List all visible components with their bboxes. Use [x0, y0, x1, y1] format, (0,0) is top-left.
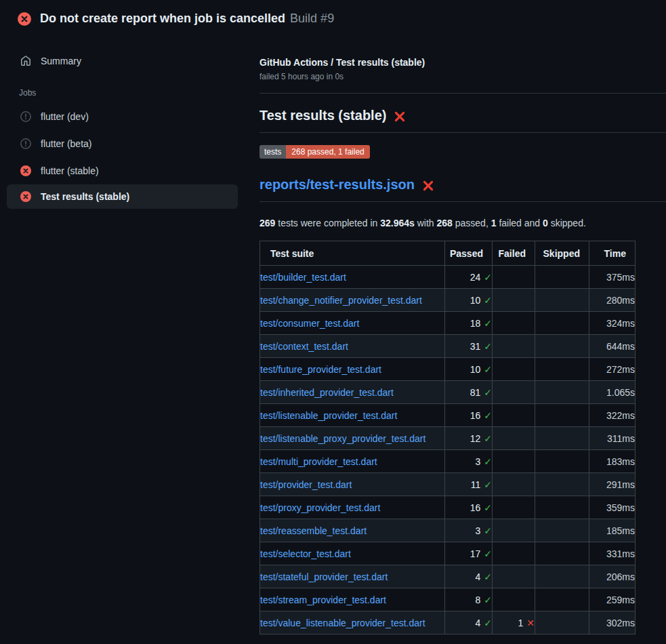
test-suite-cell: test/consumer_test.dart: [260, 312, 445, 335]
count-value: 10: [470, 295, 481, 306]
test-suite-link[interactable]: test/multi_provider_test.dart: [260, 456, 377, 467]
skipped-cell: [535, 358, 589, 381]
col-header-failed: Failed: [493, 241, 535, 266]
sidebar-job-item-3[interactable]: flutter (stable): [0, 157, 259, 184]
test-suite-cell: test/selector_test.dart: [260, 542, 445, 565]
passed-cell: 8✓: [445, 588, 493, 611]
failed-cell: [493, 381, 535, 404]
test-suite-link[interactable]: test/context_test.dart: [260, 341, 348, 352]
table-row: test/builder_test.dart24✓375ms: [260, 266, 636, 289]
failed-cell: [493, 565, 535, 588]
failed-cell: [493, 427, 535, 450]
sidebar-job-item-1[interactable]: flutter (dev): [0, 103, 259, 130]
skipped-cell: [535, 289, 589, 312]
table-row: test/reassemble_test.dart3✓185ms: [260, 519, 636, 542]
test-suite-link[interactable]: test/reassemble_test.dart: [260, 525, 367, 536]
sidebar-job-label: flutter (dev): [41, 111, 89, 122]
check-icon: ✓: [484, 433, 492, 444]
sidebar-job-label: flutter (beta): [41, 138, 91, 149]
check-run-breadcrumb: GitHub Actions / Test results (stable): [259, 57, 666, 68]
failed-cell: [493, 542, 535, 565]
test-suite-cell: test/listenable_proxy_provider_test.dart: [260, 427, 445, 450]
test-suite-cell: test/future_provider_test.dart: [260, 358, 445, 381]
test-suite-link[interactable]: test/inherited_provider_test.dart: [260, 387, 394, 398]
badge-value: 268 passed, 1 failed: [286, 145, 369, 159]
count-value: 16: [470, 410, 481, 421]
count-value: 18: [470, 318, 481, 329]
time-cell: 331ms: [589, 542, 636, 565]
test-suite-link[interactable]: test/proxy_provider_test.dart: [260, 502, 380, 513]
section-heading: Test results (stable): [259, 108, 666, 133]
failed-cell: [493, 450, 535, 473]
time-cell: 272ms: [589, 358, 636, 381]
test-suite-link[interactable]: test/value_listenable_provider_test.dart: [260, 618, 425, 628]
test-suite-cell: test/proxy_provider_test.dart: [260, 496, 445, 519]
count-value: 8: [475, 595, 480, 605]
count-value: 10: [470, 364, 481, 375]
failed-cell: [493, 496, 535, 519]
passed-cell: 10✓: [445, 289, 493, 312]
report-file-link[interactable]: reports/test-results.json: [259, 177, 415, 193]
count-value: 16: [470, 502, 481, 513]
test-suite-link[interactable]: test/builder_test.dart: [260, 272, 346, 283]
test-suite-link[interactable]: test/stateful_provider_test.dart: [260, 571, 388, 582]
col-header-skipped: Skipped: [535, 241, 589, 266]
test-suite-cell: test/listenable_provider_test.dart: [260, 404, 445, 427]
count-value: 81: [470, 387, 481, 398]
build-header: Do not create report when job is cancell…: [0, 0, 666, 34]
header-divider: [259, 93, 666, 94]
time-cell: 324ms: [589, 312, 636, 335]
time-cell: 183ms: [589, 450, 636, 473]
sidebar-job-label: flutter (stable): [41, 165, 99, 176]
test-suite-link[interactable]: test/change_notifier_provider_test.dart: [260, 295, 422, 306]
table-row: test/stream_provider_test.dart8✓259ms: [260, 588, 636, 611]
passed-cell: 16✓: [445, 496, 493, 519]
test-suite-link[interactable]: test/provider_test.dart: [260, 479, 352, 490]
skipped-cell: [535, 427, 589, 450]
time-cell: 185ms: [589, 519, 636, 542]
build-number: Build #9: [290, 12, 334, 25]
test-suite-link[interactable]: test/consumer_test.dart: [260, 318, 359, 329]
test-suite-link[interactable]: test/selector_test.dart: [260, 548, 351, 559]
test-suite-link[interactable]: test/stream_provider_test.dart: [260, 595, 386, 605]
test-suite-cell: test/inherited_provider_test.dart: [260, 381, 445, 404]
failed-cell: [493, 335, 535, 358]
count-value: 24: [470, 272, 481, 283]
check-icon: ✓: [484, 410, 492, 421]
test-results-table: Test suite Passed Failed Skipped Time te…: [259, 241, 636, 635]
table-row: test/proxy_provider_test.dart16✓359ms: [260, 496, 636, 519]
sidebar-job-item-4[interactable]: Test results (stable): [7, 184, 238, 209]
check-icon: ✓: [484, 318, 492, 329]
tests-summary-line: 269 tests were completed in 32.964s with…: [259, 218, 666, 228]
badge-label: tests: [259, 145, 286, 159]
failed-cell: [493, 588, 535, 611]
skipped-cell: [535, 266, 589, 289]
red-x-icon: [394, 110, 406, 123]
test-suite-cell: test/provider_test.dart: [260, 473, 445, 496]
check-icon: ✓: [484, 479, 492, 490]
test-suite-cell: test/reassemble_test.dart: [260, 519, 445, 542]
table-row: test/listenable_provider_test.dart16✓322…: [260, 404, 636, 427]
sidebar-job-item-2[interactable]: flutter (beta): [0, 130, 259, 157]
skipped-cell: [535, 450, 589, 473]
check-icon: ✓: [484, 595, 492, 605]
test-table-body: test/builder_test.dart24✓375mstest/chang…: [260, 266, 636, 635]
skipped-cell: [535, 335, 589, 358]
col-header-test-suite: Test suite: [260, 241, 445, 266]
table-row: test/listenable_proxy_provider_test.dart…: [260, 427, 636, 450]
passed-cell: 16✓: [445, 404, 493, 427]
test-suite-link[interactable]: test/listenable_provider_test.dart: [260, 410, 397, 421]
table-header-row: Test suite Passed Failed Skipped Time: [260, 241, 636, 266]
table-row: test/selector_test.dart17✓331ms: [260, 542, 636, 565]
main-content: GitHub Actions / Test results (stable) f…: [259, 34, 666, 635]
test-suite-cell: test/value_listenable_provider_test.dart: [260, 611, 445, 635]
test-suite-link[interactable]: test/future_provider_test.dart: [260, 364, 381, 375]
red-x-icon: [422, 180, 434, 192]
failed-cell: [493, 266, 535, 289]
check-icon: ✓: [484, 295, 492, 306]
sidebar-item-summary[interactable]: Summary: [0, 47, 259, 75]
test-suite-link[interactable]: test/listenable_proxy_provider_test.dart: [260, 433, 425, 444]
x-icon: ✕: [526, 618, 535, 628]
test-suite-cell: test/change_notifier_provider_test.dart: [260, 289, 445, 312]
count-value: 1: [518, 618, 523, 628]
